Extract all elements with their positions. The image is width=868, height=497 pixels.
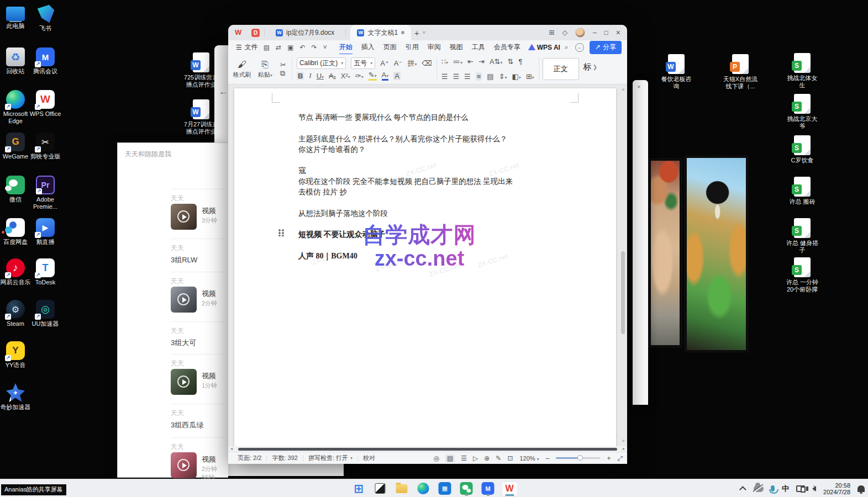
numbered-list-button[interactable]: ≔▾ — [453, 57, 462, 66]
cast-display-icon[interactable] — [796, 485, 805, 492]
justify-button[interactable]: ≡ — [476, 72, 482, 81]
outline-view-icon[interactable]: ☰ — [461, 454, 467, 462]
chat-item[interactable]: 天天3组RLW — [171, 239, 224, 263]
desktop-icon-wps-doc-icon[interactable]: W餐饮老板咨询 — [659, 54, 694, 90]
ribbon-tab-工具[interactable]: 工具 — [467, 41, 490, 54]
video-thumbnail[interactable] — [171, 452, 197, 478]
docer-icon[interactable]: D — [251, 29, 260, 37]
new-tab-button[interactable]: + — [411, 28, 423, 38]
bullet-list-button[interactable]: ∷▾ — [441, 57, 448, 66]
desktop-icon-qimiao-booster-icon[interactable]: ✦奇妙加速器 — [0, 383, 33, 411]
speaker-icon[interactable] — [812, 486, 816, 491]
ribbon-tab-视图[interactable]: 视图 — [445, 41, 467, 54]
video-thumbnail[interactable] — [171, 204, 197, 230]
video-thumbnail[interactable] — [171, 287, 197, 313]
copy-icon[interactable]: ⧉ — [280, 69, 286, 78]
clear-format-icon[interactable]: ⌫ — [422, 59, 432, 67]
style-gallery-expand-icon[interactable]: ❯ — [593, 64, 597, 82]
onedrive-offline-icon[interactable] — [754, 485, 764, 492]
desktop-icon-wps-sheet-icon[interactable]: S许总 搬砖 — [785, 177, 820, 205]
desktop-icon-wps-sheet-icon[interactable]: S许总 健身搭子 — [785, 218, 820, 254]
chat-item[interactable]: 天天3组西瓜绿 — [171, 404, 224, 428]
format-painter-button[interactable]: 🖌 格式刷 — [233, 60, 251, 79]
show-marks-icon[interactable]: ¶ — [518, 57, 522, 66]
edge-button[interactable] — [415, 481, 432, 496]
align-center-button[interactable]: ☰ — [453, 72, 459, 81]
spellcheck-toggle[interactable]: 拼写检查: 打开▾ — [303, 454, 357, 462]
task-view-button[interactable] — [372, 481, 388, 496]
scroll-right-icon[interactable]: ▸ — [623, 446, 625, 452]
horizontal-scroll-thumb[interactable] — [238, 448, 617, 451]
proofread-button[interactable]: 校对 — [358, 454, 380, 462]
tray-expand-chevron-icon[interactable] — [739, 486, 746, 493]
bold-button[interactable]: B — [297, 72, 304, 80]
chat-item[interactable]: 天天视频2分钟 — [171, 272, 224, 317]
desktop-icon-yy-voice-icon[interactable]: YYY语音 — [0, 341, 33, 369]
document-tab-1[interactable]: W ip定位7月9.docx — [269, 25, 341, 40]
fullscreen-icon[interactable]: ⤢ — [617, 454, 623, 462]
user-avatar[interactable] — [575, 28, 585, 38]
desktop-icon-wps-ppt-icon[interactable]: P天猫X自然流线下课（... — [723, 54, 758, 90]
zoom-in-button[interactable]: + — [607, 454, 611, 462]
zoom-slider-knob[interactable] — [577, 455, 583, 461]
close-icon[interactable]: × — [637, 83, 640, 90]
ribbon-tab-开始[interactable]: 开始 — [335, 41, 357, 54]
desktop-icon-wps-sheet-icon[interactable]: S挑战北体女生 — [785, 53, 820, 89]
desktop-icon-wps-doc-icon[interactable]: W7月27训练直播点评作业 — [183, 99, 219, 135]
desktop-icon-wps-office-icon[interactable]: WWPS Office — [28, 90, 63, 118]
desktop-icon-wps-sheet-icon[interactable]: S许总 一分钟20个俯卧撑 — [785, 257, 820, 293]
zoom-slider[interactable] — [556, 457, 600, 459]
microsoft-store-button[interactable]: ▦ — [436, 481, 453, 496]
tab-list-caret-icon[interactable]: ˅ — [423, 30, 425, 35]
strikethrough-button[interactable]: A▾ — [329, 72, 336, 80]
ribbon-tab-会员专享[interactable]: 会员专享 — [490, 41, 525, 54]
horizontal-scrollbar[interactable]: ◂ ▸ — [228, 446, 627, 452]
notification-bell-icon[interactable] — [858, 485, 865, 492]
microphone-icon[interactable] — [771, 485, 775, 491]
start-button[interactable]: ⊞ — [350, 481, 367, 496]
font-color-button[interactable]: A▾ — [382, 71, 389, 81]
feedback-smiley-icon[interactable]: ⌣ — [575, 43, 584, 52]
save-icon[interactable]: ▤ — [264, 44, 270, 51]
document-page[interactable]: 节点 再清晰一些 要展现什么 每个节点的目的是什么 主题到底是什么？想讲什么？别… — [234, 88, 616, 446]
word-count[interactable]: 字数: 392 — [267, 454, 302, 462]
document-canvas[interactable]: 节点 再清晰一些 要展现什么 每个节点的目的是什么 主题到底是什么？想讲什么？别… — [228, 84, 627, 446]
clock[interactable]: 20:58 2024/7/28 — [823, 482, 850, 495]
redo-icon[interactable]: ↷ — [312, 44, 317, 51]
desktop-icon-tencent-meeting-icon[interactable]: M腾讯会议 — [28, 47, 63, 75]
ribbon-tab-页面[interactable]: 页面 — [379, 41, 401, 54]
desktop-icon-wps-doc-icon[interactable]: W725训练营直播点评作业 — [183, 52, 219, 88]
prev-page-icon[interactable]: « — [620, 87, 627, 92]
vertical-scroll-thumb[interactable] — [621, 251, 625, 334]
print-icon[interactable]: ▣ — [287, 44, 293, 51]
skin-box-icon[interactable]: ◇ — [562, 29, 567, 36]
file-menu[interactable]: ☰ 文件 — [228, 43, 264, 52]
ribbon-tab-审阅[interactable]: 审阅 — [423, 41, 445, 54]
desktop-icon-adobe-premiere-icon[interactable]: PrAdobe Premie... — [28, 176, 63, 210]
font-name-combo[interactable]: Calibri (正文)▾ — [297, 57, 346, 69]
ribbon-tab-引用[interactable]: 引用 — [401, 41, 423, 54]
superscript-button[interactable]: X²▾ — [341, 72, 350, 80]
paragraph-drag-handle[interactable] — [278, 229, 284, 236]
desktop-icon-todesk-icon[interactable]: TToDesk — [28, 258, 63, 286]
close-button[interactable]: × — [616, 28, 620, 37]
wps-ai-button[interactable]: WPS AI — [528, 44, 560, 51]
wps-button[interactable]: W — [501, 481, 518, 496]
maximize-button[interactable]: □ — [604, 29, 608, 36]
cut-icon[interactable]: ✂ — [280, 61, 286, 69]
highlight-color-button[interactable]: ✎▾ — [369, 71, 377, 81]
text-effects-icon[interactable]: ✑▾ — [355, 72, 364, 80]
fit-page-icon[interactable]: ⊡ — [507, 454, 513, 462]
zoom-out-button[interactable]: – — [546, 454, 550, 462]
grow-font-icon[interactable]: A⁺ — [380, 59, 389, 67]
shading-button[interactable]: ◧▾ — [512, 72, 521, 81]
selection-mode-icon[interactable]: ◎ — [433, 454, 439, 462]
scroll-left-icon[interactable]: ◂ — [230, 446, 233, 452]
read-mode-icon[interactable]: ▷ — [473, 454, 478, 462]
document-tab-2-active[interactable]: W 文字文稿1 — [350, 25, 411, 40]
video-thumbnail[interactable] — [171, 369, 197, 395]
minimize-button[interactable]: – — [593, 29, 597, 36]
share-button[interactable]: ↗ 分享 — [590, 41, 622, 54]
search-icon[interactable]: ⌕ — [565, 44, 568, 51]
borders-button[interactable]: ⊞▾ — [526, 72, 534, 81]
